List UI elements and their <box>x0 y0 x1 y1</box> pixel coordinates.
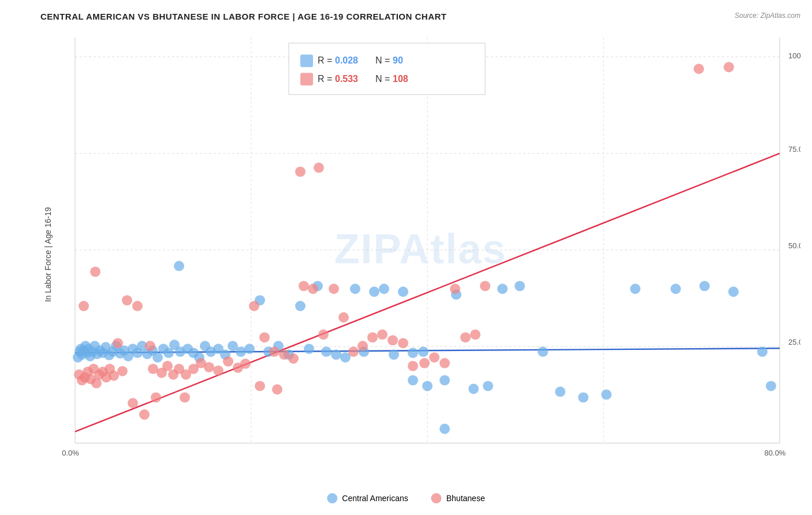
svg-point-88 <box>408 348 418 358</box>
svg-point-157 <box>408 361 418 371</box>
svg-point-130 <box>162 361 173 371</box>
svg-point-138 <box>223 356 233 367</box>
svg-point-161 <box>450 283 460 294</box>
svg-point-102 <box>630 283 640 294</box>
svg-point-155 <box>388 335 398 345</box>
svg-point-126 <box>132 301 143 311</box>
svg-point-167 <box>295 166 306 177</box>
source-label: Source: ZipAtlas.com <box>735 12 800 20</box>
legend-label-bhutanese: Bhutanese <box>446 494 485 503</box>
svg-point-125 <box>122 295 132 305</box>
svg-point-149 <box>329 283 339 294</box>
svg-point-91 <box>422 381 433 391</box>
svg-point-150 <box>338 312 349 323</box>
svg-text:25.0%: 25.0% <box>788 338 800 346</box>
svg-point-100 <box>578 392 588 402</box>
chart-container: CENTRAL AMERICAN VS BHUTANESE IN LABOR F… <box>0 0 812 515</box>
svg-point-146 <box>299 281 309 291</box>
svg-point-122 <box>117 366 128 376</box>
svg-point-103 <box>671 283 681 294</box>
svg-point-84 <box>369 286 379 297</box>
svg-point-60 <box>174 261 184 271</box>
svg-text:0.533: 0.533 <box>335 74 358 84</box>
legend-circle-blue <box>327 493 337 503</box>
svg-point-90 <box>408 375 418 386</box>
svg-point-79 <box>321 346 331 357</box>
svg-point-172 <box>180 392 190 402</box>
svg-point-166 <box>480 281 490 291</box>
svg-point-143 <box>269 346 280 357</box>
svg-point-153 <box>367 333 378 343</box>
svg-point-104 <box>699 281 710 291</box>
svg-text:In Labor Force | Age 16-19: In Labor Force | Age 16-19 <box>43 207 53 302</box>
svg-point-76 <box>295 301 306 311</box>
svg-text:N =: N = <box>375 74 390 84</box>
svg-point-107 <box>766 381 776 391</box>
svg-point-154 <box>377 330 388 340</box>
svg-point-171 <box>151 392 161 402</box>
svg-point-101 <box>601 389 612 400</box>
svg-point-160 <box>439 358 450 368</box>
svg-text:90: 90 <box>393 55 403 65</box>
chart-title: CENTRAL AMERICAN VS BHUTANESE IN LABOR F… <box>40 12 800 21</box>
svg-point-85 <box>379 283 389 294</box>
svg-point-147 <box>308 283 318 294</box>
svg-point-87 <box>398 286 408 297</box>
svg-point-56 <box>152 352 163 363</box>
svg-point-170 <box>139 409 150 420</box>
svg-point-168 <box>314 163 324 173</box>
svg-point-123 <box>79 301 89 311</box>
svg-text:75.0%: 75.0% <box>788 145 800 154</box>
svg-point-106 <box>757 346 768 357</box>
chart-area: ZIPAtlas .grid-line { stroke: #ddd; stro… <box>40 26 800 472</box>
svg-point-152 <box>357 341 368 351</box>
legend-item-bhutanese: Bhutanese <box>431 493 485 503</box>
legend-label-central-americans: Central Americans <box>342 494 408 503</box>
svg-point-95 <box>483 381 493 391</box>
svg-text:0.028: 0.028 <box>335 55 358 65</box>
svg-point-163 <box>470 330 481 340</box>
svg-point-159 <box>429 352 439 363</box>
svg-point-108 <box>439 424 450 434</box>
svg-rect-17 <box>289 43 485 95</box>
svg-point-97 <box>515 281 525 291</box>
svg-point-142 <box>259 333 270 343</box>
svg-point-71 <box>244 344 255 354</box>
svg-point-96 <box>497 283 508 294</box>
svg-point-145 <box>288 353 299 364</box>
svg-point-156 <box>398 338 408 348</box>
svg-point-77 <box>304 344 314 354</box>
svg-point-162 <box>460 333 471 343</box>
svg-point-89 <box>418 346 429 357</box>
svg-point-80 <box>331 349 341 360</box>
svg-point-173 <box>255 381 265 391</box>
svg-point-144 <box>279 349 289 360</box>
svg-point-151 <box>348 346 359 357</box>
svg-point-121 <box>113 338 123 348</box>
svg-point-169 <box>128 398 138 408</box>
svg-text:100.0%: 100.0% <box>788 51 800 60</box>
svg-point-94 <box>468 384 479 394</box>
svg-point-105 <box>728 286 739 297</box>
svg-point-141 <box>249 301 259 311</box>
svg-point-127 <box>145 341 155 351</box>
svg-point-98 <box>538 346 548 357</box>
svg-point-99 <box>555 387 565 397</box>
svg-point-136 <box>204 362 214 372</box>
svg-point-164 <box>694 64 704 74</box>
svg-rect-18 <box>300 54 313 67</box>
svg-text:108: 108 <box>393 74 408 84</box>
svg-point-92 <box>439 375 450 386</box>
svg-point-174 <box>272 385 282 395</box>
chart-legend: Central Americans Bhutanese <box>327 493 485 503</box>
svg-point-140 <box>240 359 251 369</box>
svg-point-82 <box>350 283 360 294</box>
svg-point-137 <box>213 365 224 376</box>
svg-point-86 <box>389 349 399 360</box>
svg-text:50.0%: 50.0% <box>788 241 800 250</box>
svg-point-124 <box>90 267 100 277</box>
svg-rect-23 <box>300 73 313 85</box>
legend-circle-pink <box>431 493 442 503</box>
svg-text:80.0%: 80.0% <box>765 449 786 457</box>
legend-item-central-americans: Central Americans <box>327 493 408 503</box>
